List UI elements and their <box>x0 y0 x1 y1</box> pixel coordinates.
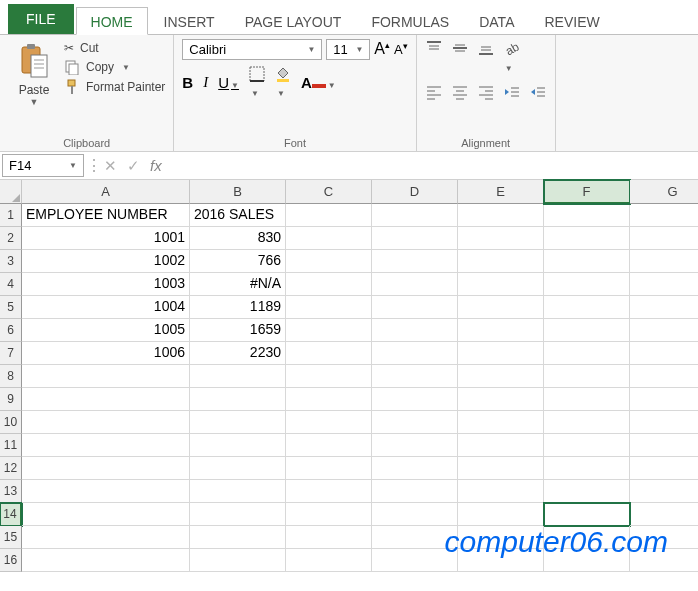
cell[interactable] <box>630 273 698 296</box>
cell[interactable] <box>372 204 458 227</box>
cell[interactable] <box>458 388 544 411</box>
cell[interactable]: 1003 <box>22 273 190 296</box>
align-left-button[interactable] <box>425 83 443 101</box>
cell[interactable] <box>286 319 372 342</box>
cell[interactable]: 766 <box>190 250 286 273</box>
worksheet-grid[interactable]: 1 2 3 4 5 6 7 8 9 10 11 12 13 14 15 16 E… <box>0 204 698 572</box>
cell[interactable] <box>630 434 698 457</box>
row-header[interactable]: 9 <box>0 388 22 411</box>
cell[interactable] <box>286 342 372 365</box>
row-header[interactable]: 6 <box>0 319 22 342</box>
cell[interactable] <box>372 319 458 342</box>
cell[interactable] <box>22 480 190 503</box>
cell[interactable]: 2016 SALES <box>190 204 286 227</box>
tab-formulas[interactable]: FORMULAS <box>357 8 463 34</box>
cell[interactable] <box>544 227 630 250</box>
cell[interactable] <box>630 342 698 365</box>
increase-indent-button[interactable] <box>529 83 547 101</box>
cell[interactable] <box>630 296 698 319</box>
cell[interactable] <box>286 434 372 457</box>
tab-page-layout[interactable]: PAGE LAYOUT <box>231 8 356 34</box>
cell[interactable]: 830 <box>190 227 286 250</box>
cell[interactable] <box>22 411 190 434</box>
cell[interactable] <box>458 503 544 526</box>
cell[interactable] <box>286 250 372 273</box>
cell[interactable] <box>458 480 544 503</box>
cell[interactable] <box>190 457 286 480</box>
tab-home[interactable]: HOME <box>76 7 148 35</box>
select-all-corner[interactable] <box>0 180 22 204</box>
enter-icon[interactable]: ✓ <box>127 157 140 175</box>
cell[interactable] <box>190 480 286 503</box>
row-header[interactable]: 2 <box>0 227 22 250</box>
underline-button[interactable]: U▼ <box>218 74 239 91</box>
cell[interactable] <box>544 480 630 503</box>
cell[interactable] <box>630 411 698 434</box>
align-middle-button[interactable] <box>451 39 469 75</box>
cell[interactable] <box>544 434 630 457</box>
cell[interactable] <box>190 411 286 434</box>
cell[interactable]: 1005 <box>22 319 190 342</box>
cell[interactable] <box>458 411 544 434</box>
col-header-F[interactable]: F <box>544 180 630 204</box>
cell[interactable] <box>630 250 698 273</box>
align-right-button[interactable] <box>477 83 495 101</box>
cell[interactable] <box>544 342 630 365</box>
col-header-C[interactable]: C <box>286 180 372 204</box>
cell[interactable]: 2230 <box>190 342 286 365</box>
row-header[interactable]: 12 <box>0 457 22 480</box>
active-cell[interactable] <box>544 503 630 526</box>
row-header[interactable]: 5 <box>0 296 22 319</box>
cell[interactable] <box>458 250 544 273</box>
cell[interactable] <box>22 503 190 526</box>
name-box[interactable]: F14▼ <box>2 154 84 177</box>
cell[interactable] <box>190 503 286 526</box>
align-top-button[interactable] <box>425 39 443 75</box>
align-bottom-button[interactable] <box>477 39 495 75</box>
cell[interactable] <box>286 227 372 250</box>
row-header[interactable]: 11 <box>0 434 22 457</box>
cell[interactable] <box>372 365 458 388</box>
cell[interactable] <box>544 250 630 273</box>
row-header[interactable]: 8 <box>0 365 22 388</box>
cell[interactable] <box>286 503 372 526</box>
col-header-G[interactable]: G <box>630 180 698 204</box>
cell[interactable] <box>286 526 372 549</box>
tab-insert[interactable]: INSERT <box>150 8 229 34</box>
cell[interactable] <box>286 273 372 296</box>
fill-color-button[interactable]: ▼ <box>275 66 291 99</box>
col-header-B[interactable]: B <box>190 180 286 204</box>
row-header[interactable]: 13 <box>0 480 22 503</box>
cell[interactable] <box>544 388 630 411</box>
col-header-A[interactable]: A <box>22 180 190 204</box>
row-header[interactable]: 14 <box>0 503 22 526</box>
fx-icon[interactable]: fx <box>150 157 162 174</box>
cell[interactable] <box>286 204 372 227</box>
row-header[interactable]: 1 <box>0 204 22 227</box>
cell[interactable] <box>544 319 630 342</box>
cell[interactable] <box>544 457 630 480</box>
format-painter-button[interactable]: Format Painter <box>64 77 165 97</box>
font-name-combo[interactable]: Calibri▼ <box>182 39 322 60</box>
cut-button[interactable]: ✂ Cut <box>64 39 165 57</box>
align-center-button[interactable] <box>451 83 469 101</box>
decrease-indent-button[interactable] <box>503 83 521 101</box>
cell[interactable] <box>22 365 190 388</box>
tab-review[interactable]: REVIEW <box>530 8 613 34</box>
cell[interactable] <box>458 296 544 319</box>
bold-button[interactable]: B <box>182 74 193 91</box>
decrease-font-button[interactable]: A▾ <box>394 41 408 57</box>
cell[interactable] <box>372 411 458 434</box>
cell[interactable] <box>372 342 458 365</box>
cell[interactable]: 1189 <box>190 296 286 319</box>
paste-button[interactable]: Paste ▼ <box>8 39 60 107</box>
tab-file[interactable]: FILE <box>8 4 74 34</box>
formula-input[interactable] <box>170 155 698 177</box>
cancel-icon[interactable]: ✕ <box>104 157 117 175</box>
italic-button[interactable]: I <box>203 74 208 91</box>
cell[interactable] <box>22 549 190 572</box>
cell[interactable] <box>458 319 544 342</box>
cell[interactable] <box>372 480 458 503</box>
cell[interactable] <box>190 434 286 457</box>
cell[interactable] <box>458 273 544 296</box>
